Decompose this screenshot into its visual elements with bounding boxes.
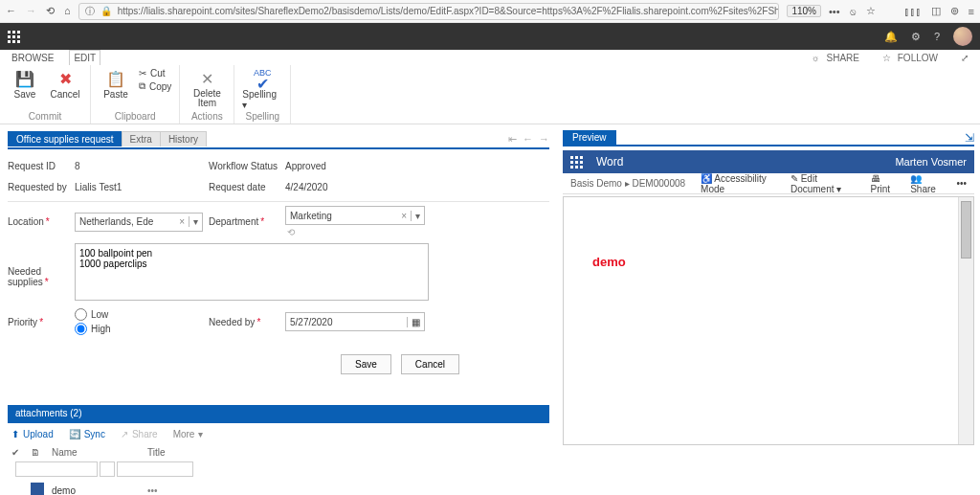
- lbl-priority: Priority*: [8, 317, 75, 327]
- bookmark-icon[interactable]: ☆: [866, 5, 876, 17]
- ribbon-spelling[interactable]: ABC ✔ Spelling ▾: [242, 68, 282, 110]
- col-name[interactable]: Name: [52, 447, 147, 458]
- url-bar[interactable]: ⓘ 🔒 https://lialis.sharepoint.com/sites/…: [78, 3, 780, 20]
- info-icon: ⓘ: [85, 5, 95, 18]
- priority-low[interactable]: Low: [75, 308, 209, 321]
- help-icon[interactable]: ?: [934, 31, 940, 42]
- more-icon[interactable]: •••: [829, 6, 840, 17]
- settings-icon[interactable]: ⚙: [911, 31, 921, 43]
- ribbon-cut[interactable]: ✂Cut: [139, 68, 171, 79]
- share-page[interactable]: ☼ SHARE: [808, 51, 867, 65]
- browser-right: ••• ⍉ ☆ ⫿⫿⫿ ◫ ⊚ ≡: [829, 5, 974, 17]
- zoom-badge[interactable]: 110%: [787, 5, 821, 17]
- col-check[interactable]: ✔: [11, 447, 31, 458]
- sidebar-icon[interactable]: ◫: [931, 5, 941, 17]
- location-clear-icon[interactable]: ×: [175, 216, 189, 227]
- lbl-location: Location*: [8, 216, 75, 227]
- notification-icon[interactable]: 🔔: [884, 31, 898, 43]
- attachment-row[interactable]: demo •••: [11, 479, 546, 495]
- menu-icon[interactable]: ≡: [969, 6, 974, 17]
- ribbon-delete[interactable]: ✕Delete Item: [188, 68, 226, 108]
- attach-upload[interactable]: ⬆ Upload: [11, 429, 54, 439]
- edit-document[interactable]: ✎ Edit Document ▾: [791, 173, 858, 194]
- filter-title[interactable]: [117, 461, 193, 477]
- avatar[interactable]: [953, 27, 972, 46]
- ribbon-group-spelling: Spelling: [246, 111, 280, 124]
- check-icon: ✔: [252, 78, 273, 89]
- scrollbar-thumb[interactable]: [961, 201, 971, 259]
- reload-icon[interactable]: ⟲: [46, 5, 55, 17]
- word-document: demo: [563, 196, 974, 445]
- word-app-launcher-icon[interactable]: [570, 156, 583, 169]
- form-nav-first-icon[interactable]: ⇤: [508, 133, 517, 146]
- tab-history[interactable]: History: [160, 131, 207, 146]
- account-icon[interactable]: ⊚: [950, 5, 959, 17]
- calendar-icon[interactable]: ▦: [407, 317, 424, 327]
- val-requested-by: Lialis Test1: [75, 182, 209, 192]
- neededby-date[interactable]: 5/27/2020 ▦: [285, 312, 425, 331]
- scrollbar[interactable]: [958, 197, 973, 444]
- tab-extra[interactable]: Extra: [122, 131, 161, 146]
- back-icon[interactable]: ←: [6, 5, 16, 17]
- tab-edit[interactable]: EDIT: [69, 50, 100, 65]
- attach-share[interactable]: ↗ Share: [121, 429, 158, 439]
- supplies-textarea[interactable]: [75, 243, 429, 301]
- app-bar: 🔔 ⚙ ?: [0, 23, 980, 50]
- lock-icon: 🔒: [100, 6, 112, 16]
- attach-more[interactable]: More ▾: [173, 429, 204, 439]
- follow-page[interactable]: ☆ FOLLOW: [879, 51, 946, 65]
- row-menu-icon[interactable]: •••: [147, 485, 262, 496]
- accessibility-mode[interactable]: ♿ Accessibility Mode: [701, 173, 777, 194]
- col-title[interactable]: Title: [147, 447, 262, 458]
- home-icon[interactable]: ⌂: [64, 5, 71, 17]
- col-type-icon: 🗎: [31, 447, 52, 458]
- breadcrumb[interactable]: Basis Demo ▸ DEM000008: [570, 178, 685, 189]
- attachments-header: attachments (2): [8, 405, 549, 421]
- department-select[interactable]: Marketing × ▾: [285, 206, 425, 225]
- browser-nav: ← → ⟲ ⌂: [6, 5, 71, 17]
- form-nav-next-icon[interactable]: →: [539, 133, 549, 145]
- delete-icon: ✕: [196, 68, 217, 89]
- val-request-date: 4/24/2020: [285, 182, 438, 192]
- priority-high[interactable]: High: [75, 323, 209, 335]
- word-toolbar: Basis Demo ▸ DEM000008 ♿ Accessibility M…: [563, 173, 974, 194]
- chevron-down-icon[interactable]: ▾: [411, 211, 420, 221]
- preview-tab[interactable]: Preview: [563, 130, 616, 145]
- app-launcher-icon[interactable]: [8, 31, 20, 43]
- ribbon-cancel[interactable]: ✖Cancel: [48, 68, 82, 100]
- library-icon[interactable]: ⫿⫿⫿: [904, 6, 922, 17]
- lbl-requested-by: Requested by: [8, 182, 75, 192]
- forward-icon[interactable]: →: [26, 5, 36, 17]
- word-title-bar: Word Marten Vosmer: [563, 150, 974, 173]
- reader-icon[interactable]: ⍉: [850, 6, 857, 17]
- print-button[interactable]: 🖶 Print: [871, 173, 898, 194]
- lbl-request-id: Request ID: [8, 161, 75, 171]
- resize-icon[interactable]: ⇲: [965, 131, 974, 145]
- filter-name-op[interactable]: [100, 461, 115, 477]
- fullscreen-icon[interactable]: ⤢: [957, 51, 972, 65]
- chevron-down-icon[interactable]: ▾: [189, 216, 198, 227]
- attach-sync[interactable]: 🔄 Sync: [69, 429, 105, 439]
- location-select[interactable]: Netherlands, Ede × ▾: [75, 213, 203, 232]
- more-icon[interactable]: •••: [956, 178, 967, 189]
- department-refresh-icon[interactable]: ⟲: [285, 225, 438, 237]
- filter-name[interactable]: [15, 461, 98, 477]
- ribbon-paste[interactable]: 📋Paste: [99, 68, 133, 100]
- department-clear-icon[interactable]: ×: [397, 211, 411, 221]
- tab-browse[interactable]: BROWSE: [8, 51, 57, 65]
- form-nav-prev-icon[interactable]: ←: [523, 133, 533, 145]
- lbl-supplies: Needed supplies*: [8, 243, 75, 287]
- share-button[interactable]: 👥 Share: [910, 173, 943, 194]
- lbl-wf-status: Workflow Status: [209, 161, 285, 171]
- cancel-icon: ✖: [55, 68, 76, 89]
- browser-chrome: ← → ⟲ ⌂ ⓘ 🔒 https://lialis.sharepoint.co…: [0, 0, 980, 23]
- save-icon: 💾: [14, 68, 35, 89]
- save-button[interactable]: Save: [341, 354, 391, 374]
- url-text: https://lialis.sharepoint.com/sites/Shar…: [118, 6, 780, 16]
- ribbon-save[interactable]: 💾Save: [8, 68, 42, 100]
- copy-icon: ⧉: [139, 80, 145, 92]
- cancel-button[interactable]: Cancel: [401, 354, 459, 374]
- tab-office-supplies[interactable]: Office supplies request: [8, 131, 122, 146]
- word-user[interactable]: Marten Vosmer: [895, 156, 967, 168]
- ribbon-copy[interactable]: ⧉Copy: [139, 80, 171, 92]
